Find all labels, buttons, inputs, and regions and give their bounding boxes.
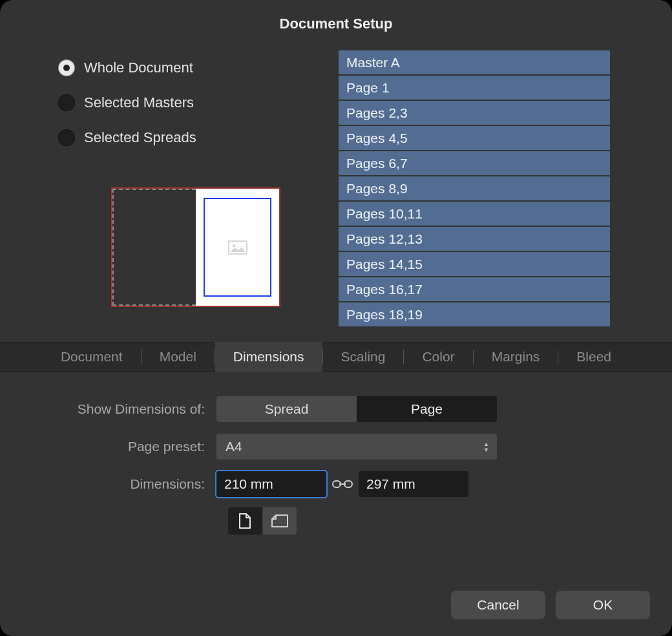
tab-scaling[interactable]: Scaling	[323, 342, 404, 372]
pages-list[interactable]: Master APage 1Pages 2,3Pages 4,5Pages 6,…	[339, 50, 610, 326]
portrait-button[interactable]	[228, 507, 262, 535]
ok-button[interactable]: OK	[556, 591, 650, 619]
select-caret-icon: ▲▼	[483, 441, 489, 452]
width-input[interactable]	[216, 471, 326, 497]
spread-preview	[111, 187, 280, 307]
seg-spread-button[interactable]: Spread	[216, 396, 357, 422]
tab-bleed[interactable]: Bleed	[558, 342, 629, 372]
page-list-item[interactable]: Pages 2,3	[339, 101, 610, 125]
page-preset-select[interactable]: A4 ▲▼	[216, 434, 497, 460]
radio-indicator	[58, 129, 75, 146]
orientation-toggle	[228, 507, 297, 535]
radio-indicator	[58, 94, 75, 111]
page-list-item[interactable]: Pages 4,5	[339, 126, 610, 150]
page-list-item[interactable]: Page 1	[339, 76, 610, 100]
tabs-bar: DocumentModelDimensionsScalingColorMargi…	[0, 342, 672, 372]
preview-left-page	[112, 189, 196, 306]
page-list-item[interactable]: Master A	[339, 50, 610, 74]
dialog-title: Document Setup	[0, 0, 672, 32]
radio-label: Selected Spreads	[84, 129, 196, 146]
dimensions-label: Dimensions:	[39, 476, 216, 492]
scope-radio-whole-document[interactable]: Whole Document	[58, 50, 323, 85]
page-list-item[interactable]: Pages 6,7	[339, 151, 610, 175]
tab-model[interactable]: Model	[142, 342, 215, 372]
portrait-icon	[238, 513, 251, 529]
height-input[interactable]	[359, 471, 468, 497]
page-list-item[interactable]: Pages 18,19	[339, 302, 610, 326]
page-list-item[interactable]: Pages 8,9	[339, 176, 610, 200]
seg-page-button[interactable]: Page	[357, 396, 497, 422]
tab-color[interactable]: Color	[404, 342, 472, 372]
radio-label: Selected Masters	[84, 94, 194, 111]
radio-label: Whole Document	[84, 59, 193, 76]
svg-point-1	[232, 244, 235, 246]
scope-radio-selected-spreads[interactable]: Selected Spreads	[58, 120, 323, 155]
show-dimensions-segmented: Spread Page	[216, 396, 497, 422]
page-list-item[interactable]: Pages 16,17	[339, 277, 610, 301]
landscape-button[interactable]	[263, 507, 297, 535]
page-list-item[interactable]: Pages 12,13	[339, 227, 610, 251]
image-placeholder-icon	[228, 240, 247, 255]
cancel-button[interactable]: Cancel	[451, 591, 545, 619]
preview-right-page	[196, 189, 279, 306]
tab-document[interactable]: Document	[43, 342, 141, 372]
page-preset-value: A4	[226, 439, 242, 454]
page-list-item[interactable]: Pages 10,11	[339, 202, 610, 226]
tab-margins[interactable]: Margins	[474, 342, 558, 372]
show-dimensions-label: Show Dimensions of:	[39, 401, 216, 417]
page-list-item[interactable]: Pages 14,15	[339, 252, 610, 276]
link-dimensions-icon[interactable]	[326, 478, 359, 490]
radio-indicator	[58, 59, 75, 76]
tab-dimensions[interactable]: Dimensions	[215, 342, 322, 372]
page-preset-label: Page preset:	[39, 439, 216, 454]
scope-radio-selected-masters[interactable]: Selected Masters	[58, 85, 323, 120]
landscape-icon	[271, 514, 289, 528]
document-setup-window: Document Setup Whole DocumentSelected Ma…	[0, 0, 672, 636]
